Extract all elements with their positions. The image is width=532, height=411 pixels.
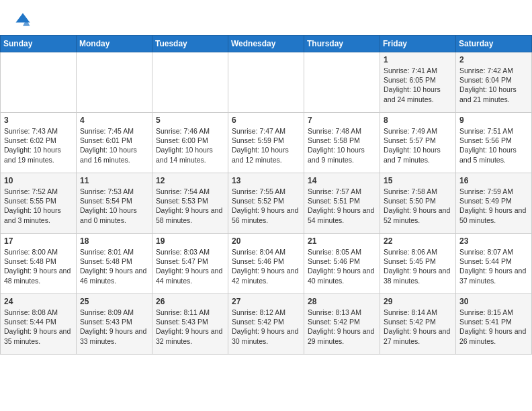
calendar-cell: 6Sunrise: 7:47 AM Sunset: 5:59 PM Daylig… xyxy=(228,113,304,173)
day-info: Sunrise: 7:43 AM Sunset: 6:02 PM Dayligh… xyxy=(4,126,73,165)
day-info: Sunrise: 7:51 AM Sunset: 5:56 PM Dayligh… xyxy=(459,126,528,165)
calendar-header-thursday: Thursday xyxy=(304,36,380,52)
day-info: Sunrise: 8:07 AM Sunset: 5:44 PM Dayligh… xyxy=(459,247,528,285)
calendar-cell xyxy=(228,52,304,113)
calendar-cell xyxy=(304,52,380,113)
day-info: Sunrise: 7:41 AM Sunset: 6:05 PM Dayligh… xyxy=(384,66,452,104)
calendar-cell: 14Sunrise: 7:57 AM Sunset: 5:51 PM Dayli… xyxy=(304,173,380,234)
calendar-cell: 11Sunrise: 7:53 AM Sunset: 5:54 PM Dayli… xyxy=(77,173,152,234)
calendar-cell: 16Sunrise: 7:59 AM Sunset: 5:49 PM Dayli… xyxy=(456,173,532,234)
day-info: Sunrise: 7:47 AM Sunset: 5:59 PM Dayligh… xyxy=(232,126,300,165)
day-number: 10 xyxy=(4,176,73,185)
day-info: Sunrise: 7:55 AM Sunset: 5:52 PM Dayligh… xyxy=(232,187,300,225)
calendar-cell: 24Sunrise: 8:08 AM Sunset: 5:44 PM Dayli… xyxy=(1,294,77,355)
day-number: 25 xyxy=(80,297,148,306)
calendar-cell: 17Sunrise: 8:00 AM Sunset: 5:48 PM Dayli… xyxy=(1,234,77,294)
day-info: Sunrise: 8:03 AM Sunset: 5:47 PM Dayligh… xyxy=(156,247,224,285)
day-number: 23 xyxy=(459,236,528,246)
page-header xyxy=(0,0,532,35)
day-number: 21 xyxy=(308,236,376,246)
day-number: 30 xyxy=(459,297,528,306)
calendar-cell: 13Sunrise: 7:55 AM Sunset: 5:52 PM Dayli… xyxy=(228,173,304,234)
calendar-cell xyxy=(1,52,77,113)
day-number: 9 xyxy=(459,116,528,125)
day-info: Sunrise: 8:09 AM Sunset: 5:43 PM Dayligh… xyxy=(80,308,148,346)
calendar-cell: 29Sunrise: 8:14 AM Sunset: 5:42 PM Dayli… xyxy=(380,294,456,355)
day-number: 26 xyxy=(156,297,224,306)
day-info: Sunrise: 8:06 AM Sunset: 5:45 PM Dayligh… xyxy=(384,247,452,285)
calendar-cell: 15Sunrise: 7:58 AM Sunset: 5:50 PM Dayli… xyxy=(380,173,456,234)
calendar-cell: 5Sunrise: 7:46 AM Sunset: 6:00 PM Daylig… xyxy=(152,113,228,173)
day-info: Sunrise: 8:01 AM Sunset: 5:48 PM Dayligh… xyxy=(80,247,148,285)
calendar-header-saturday: Saturday xyxy=(456,36,532,52)
day-info: Sunrise: 8:15 AM Sunset: 5:41 PM Dayligh… xyxy=(459,308,528,346)
calendar-header-wednesday: Wednesday xyxy=(228,36,304,52)
calendar-cell: 18Sunrise: 8:01 AM Sunset: 5:48 PM Dayli… xyxy=(77,234,152,294)
calendar-cell: 19Sunrise: 8:03 AM Sunset: 5:47 PM Dayli… xyxy=(152,234,228,294)
day-number: 13 xyxy=(232,176,300,185)
day-number: 20 xyxy=(232,236,300,246)
calendar-week-1: 1Sunrise: 7:41 AM Sunset: 6:05 PM Daylig… xyxy=(1,52,532,113)
day-number: 8 xyxy=(384,116,452,125)
day-info: Sunrise: 8:00 AM Sunset: 5:48 PM Dayligh… xyxy=(4,247,73,285)
day-info: Sunrise: 7:52 AM Sunset: 5:55 PM Dayligh… xyxy=(4,187,73,225)
calendar-cell: 30Sunrise: 8:15 AM Sunset: 5:41 PM Dayli… xyxy=(456,294,532,355)
day-info: Sunrise: 7:58 AM Sunset: 5:50 PM Dayligh… xyxy=(384,187,452,225)
day-number: 15 xyxy=(384,176,452,185)
day-info: Sunrise: 7:48 AM Sunset: 5:58 PM Dayligh… xyxy=(308,126,376,165)
calendar-cell: 27Sunrise: 8:12 AM Sunset: 5:42 PM Dayli… xyxy=(228,294,304,355)
day-info: Sunrise: 8:04 AM Sunset: 5:46 PM Dayligh… xyxy=(232,247,300,285)
calendar-header-sunday: Sunday xyxy=(1,36,77,52)
calendar-cell: 28Sunrise: 8:13 AM Sunset: 5:42 PM Dayli… xyxy=(304,294,380,355)
day-info: Sunrise: 8:05 AM Sunset: 5:46 PM Dayligh… xyxy=(308,247,376,285)
logo xyxy=(13,11,35,30)
day-number: 29 xyxy=(384,297,452,306)
day-number: 3 xyxy=(4,116,73,125)
day-info: Sunrise: 7:42 AM Sunset: 6:04 PM Dayligh… xyxy=(459,66,528,104)
logo-icon xyxy=(13,11,32,30)
calendar-table: SundayMondayTuesdayWednesdayThursdayFrid… xyxy=(0,35,532,355)
calendar-header-tuesday: Tuesday xyxy=(152,36,228,52)
day-number: 11 xyxy=(80,176,148,185)
calendar-cell xyxy=(77,52,152,113)
calendar-week-4: 17Sunrise: 8:00 AM Sunset: 5:48 PM Dayli… xyxy=(1,234,532,294)
day-number: 22 xyxy=(384,236,452,246)
calendar-cell xyxy=(152,52,228,113)
calendar-cell: 7Sunrise: 7:48 AM Sunset: 5:58 PM Daylig… xyxy=(304,113,380,173)
calendar-cell: 2Sunrise: 7:42 AM Sunset: 6:04 PM Daylig… xyxy=(456,52,532,113)
day-info: Sunrise: 8:13 AM Sunset: 5:42 PM Dayligh… xyxy=(308,308,376,346)
day-number: 14 xyxy=(308,176,376,185)
day-number: 19 xyxy=(156,236,224,246)
day-number: 24 xyxy=(4,297,73,306)
calendar-cell: 12Sunrise: 7:54 AM Sunset: 5:53 PM Dayli… xyxy=(152,173,228,234)
calendar-week-2: 3Sunrise: 7:43 AM Sunset: 6:02 PM Daylig… xyxy=(1,113,532,173)
day-info: Sunrise: 8:14 AM Sunset: 5:42 PM Dayligh… xyxy=(384,308,452,346)
day-number: 16 xyxy=(459,176,528,185)
day-number: 28 xyxy=(308,297,376,306)
calendar-week-3: 10Sunrise: 7:52 AM Sunset: 5:55 PM Dayli… xyxy=(1,173,532,234)
calendar-week-5: 24Sunrise: 8:08 AM Sunset: 5:44 PM Dayli… xyxy=(1,294,532,355)
day-info: Sunrise: 8:12 AM Sunset: 5:42 PM Dayligh… xyxy=(232,308,300,346)
day-info: Sunrise: 7:57 AM Sunset: 5:51 PM Dayligh… xyxy=(308,187,376,225)
day-number: 7 xyxy=(308,116,376,125)
day-number: 1 xyxy=(384,55,452,64)
day-info: Sunrise: 7:46 AM Sunset: 6:00 PM Dayligh… xyxy=(156,126,224,165)
calendar-cell: 26Sunrise: 8:11 AM Sunset: 5:43 PM Dayli… xyxy=(152,294,228,355)
calendar-cell: 23Sunrise: 8:07 AM Sunset: 5:44 PM Dayli… xyxy=(456,234,532,294)
calendar-cell: 1Sunrise: 7:41 AM Sunset: 6:05 PM Daylig… xyxy=(380,52,456,113)
calendar-cell: 20Sunrise: 8:04 AM Sunset: 5:46 PM Dayli… xyxy=(228,234,304,294)
day-number: 12 xyxy=(156,176,224,185)
day-number: 4 xyxy=(80,116,148,125)
calendar-cell: 9Sunrise: 7:51 AM Sunset: 5:56 PM Daylig… xyxy=(456,113,532,173)
calendar-header-friday: Friday xyxy=(380,36,456,52)
calendar-header-monday: Monday xyxy=(77,36,152,52)
day-info: Sunrise: 7:54 AM Sunset: 5:53 PM Dayligh… xyxy=(156,187,224,225)
day-info: Sunrise: 7:59 AM Sunset: 5:49 PM Dayligh… xyxy=(459,187,528,225)
day-number: 27 xyxy=(232,297,300,306)
day-number: 17 xyxy=(4,236,73,246)
day-number: 2 xyxy=(459,55,528,64)
calendar-cell: 21Sunrise: 8:05 AM Sunset: 5:46 PM Dayli… xyxy=(304,234,380,294)
calendar-cell: 10Sunrise: 7:52 AM Sunset: 5:55 PM Dayli… xyxy=(1,173,77,234)
calendar-cell: 25Sunrise: 8:09 AM Sunset: 5:43 PM Dayli… xyxy=(77,294,152,355)
day-info: Sunrise: 7:45 AM Sunset: 6:01 PM Dayligh… xyxy=(80,126,148,165)
